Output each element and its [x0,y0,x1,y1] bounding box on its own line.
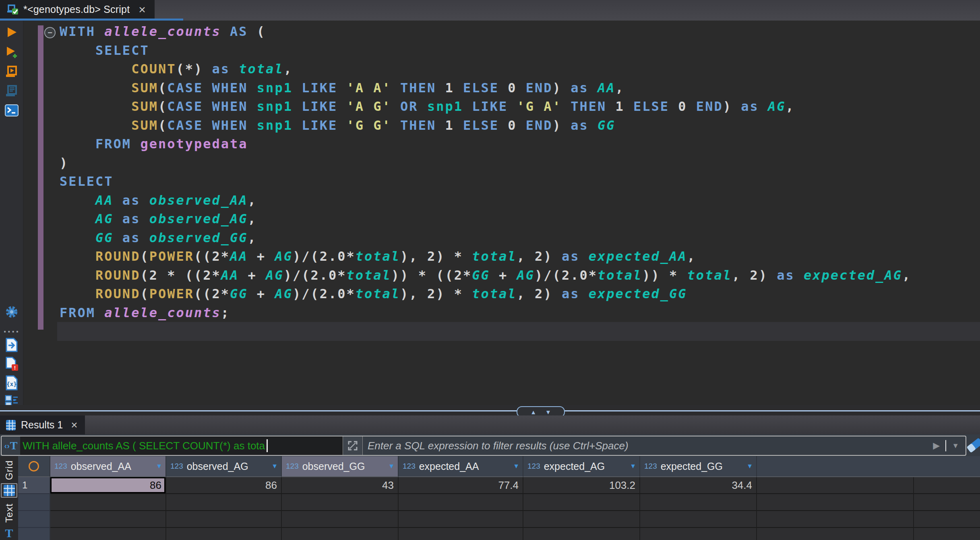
results-filter-bar: ‹›T WITH allele_counts AS ( SELECT COUNT… [0,434,980,456]
apply-filter-button[interactable]: ▶ [933,440,940,451]
code-line: FROM allele_counts; [60,303,911,322]
applied-filter-query[interactable]: WITH allele_counts AS ( SELECT COUNT(*) … [20,436,343,455]
column-header-observed_GG[interactable]: 123observed_GG▼ [282,456,399,477]
filter-history-dropdown[interactable]: ▼ [952,442,959,450]
code-line: GG as observed_GG, [60,228,911,247]
grid-cell-expected_GG[interactable]: 34.4 [640,477,757,494]
explain-plan-button[interactable] [5,84,19,98]
execute-script-button[interactable] [5,65,19,79]
execute-statement-button[interactable] [5,25,19,39]
text-caret [267,439,268,452]
execute-in-new-tab-button[interactable] [5,46,19,59]
filter-input[interactable]: Enter a SQL expression to filter results… [363,436,926,455]
empty-cell[interactable] [640,511,757,528]
empty-cell[interactable] [523,494,640,511]
column-name: observed_GG [302,461,365,472]
code-line: ROUND(POWER((2*AA + AG)/(2.0*total), 2) … [60,247,911,266]
column-header-observed_AA[interactable]: 123observed_AA▼ [50,456,166,477]
empty-cell[interactable] [50,511,166,528]
empty-cell[interactable] [282,511,399,528]
filler-cell [757,477,914,494]
grid-cell-expected_AG[interactable]: 103.2 [523,477,640,494]
empty-cell[interactable] [523,528,640,540]
empty-cell[interactable] [399,528,523,540]
editor-tab-close-icon[interactable]: × [139,4,146,16]
export-results-icon[interactable] [5,338,19,352]
numeric-type-icon: 123 [170,462,183,471]
row-header[interactable] [18,528,50,540]
column-header-observed_AG[interactable]: 123observed_AG▼ [166,456,282,477]
results-tab-title: Results 1 [21,419,63,431]
splitter-down-icon[interactable]: ▼ [545,409,551,415]
code-fold-icon[interactable]: − [44,27,56,38]
code-line: ) [60,154,911,172]
grid-cell-observed_GG[interactable]: 43 [282,477,399,494]
filler-cell [757,511,914,528]
filter-separator [945,440,946,451]
svg-text:!: ! [14,365,16,371]
presentation-tab-grid[interactable]: Grid [4,460,15,480]
row-header[interactable]: 1 [18,477,50,494]
code-line: ROUND(2 * ((2*AA + AG)/(2.0*total)) * ((… [60,266,911,285]
results-tab-close-icon[interactable]: × [71,420,77,431]
empty-cell[interactable] [640,528,757,540]
code-line: SUM(CASE WHEN snp1 LIKE 'A A' THEN 1 ELS… [60,79,911,98]
column-dropdown-icon[interactable]: ▼ [153,463,162,470]
row-header[interactable] [18,494,50,511]
empty-cell[interactable] [282,528,399,540]
dbeaver-window: *<genotypes.db> Script × [0,0,980,540]
empty-cell[interactable] [640,494,757,511]
column-dropdown-icon[interactable]: ▼ [268,463,278,470]
empty-cell[interactable] [399,511,523,528]
sql-editor[interactable]: − WITH allele_counts AS ( SELECT COUNT(*… [23,21,980,405]
expand-filter-icon[interactable] [343,436,363,455]
code-line: SELECT [60,172,911,191]
grid-cell-observed_AG[interactable]: 86 [166,477,282,494]
script-variables-icon[interactable]: {x} [5,376,19,390]
empty-cell[interactable] [399,494,523,511]
empty-cell[interactable] [50,494,166,511]
numeric-type-icon: 123 [286,462,299,471]
clear-filter-icon[interactable] [966,438,980,453]
text-view-icon[interactable]: T [1,526,17,540]
svg-text:{x}: {x} [6,381,17,387]
filter-input-frame: ‹›T WITH allele_counts AS ( SELECT COUNT… [1,436,966,456]
code-line: SUM(CASE WHEN snp1 LIKE 'A G' OR snp1 LI… [60,97,911,116]
splitter-up-icon[interactable]: ▲ [530,409,536,415]
empty-cell[interactable] [166,494,282,511]
column-header-expected_GG[interactable]: 123expected_GG▼ [640,456,757,477]
more-dots-icon[interactable]: .... [5,322,19,336]
select-all-corner[interactable] [18,456,50,477]
sql-code[interactable]: WITH allele_counts AS ( SELECT COUNT(*) … [60,22,911,322]
column-header-expected_AG[interactable]: 123expected_AG▼ [523,456,640,477]
filler-cell [757,528,914,540]
empty-cell[interactable] [523,511,640,528]
editor-tab[interactable]: *<genotypes.db> Script × [0,0,155,19]
grid-cell-observed_AA[interactable]: 86 [50,477,166,494]
presentation-tab-text[interactable]: Text [4,503,15,523]
script-errors-icon[interactable]: ! [5,357,19,371]
column-dropdown-icon[interactable]: ▼ [510,463,519,470]
grid-view-icon[interactable] [1,483,17,498]
sql-console-button[interactable] [5,104,19,117]
empty-cell[interactable] [50,528,166,540]
settings-gear-icon[interactable] [5,305,19,319]
column-name: expected_GG [661,461,723,472]
column-dropdown-icon[interactable]: ▼ [743,463,753,470]
column-dropdown-icon[interactable]: ▼ [385,463,395,470]
header-filler [757,456,980,477]
column-header-expected_AA[interactable]: 123expected_AA▼ [399,456,523,477]
current-line-highlight [57,322,980,341]
empty-cell[interactable] [282,494,399,511]
column-dropdown-icon[interactable]: ▼ [626,463,636,470]
results-tab-bar: Results 1 × [0,415,980,434]
numeric-type-icon: 123 [527,462,540,471]
results-tab[interactable]: Results 1 × [0,415,85,434]
row-header[interactable] [18,511,50,528]
panel-splitter[interactable]: ▲ ▼ [0,405,980,415]
presentation-tabs: GridTextT [0,456,18,540]
empty-cell[interactable] [166,511,282,528]
empty-cell[interactable] [166,528,282,540]
filler-cell [914,511,980,528]
grid-cell-expected_AA[interactable]: 77.4 [399,477,523,494]
